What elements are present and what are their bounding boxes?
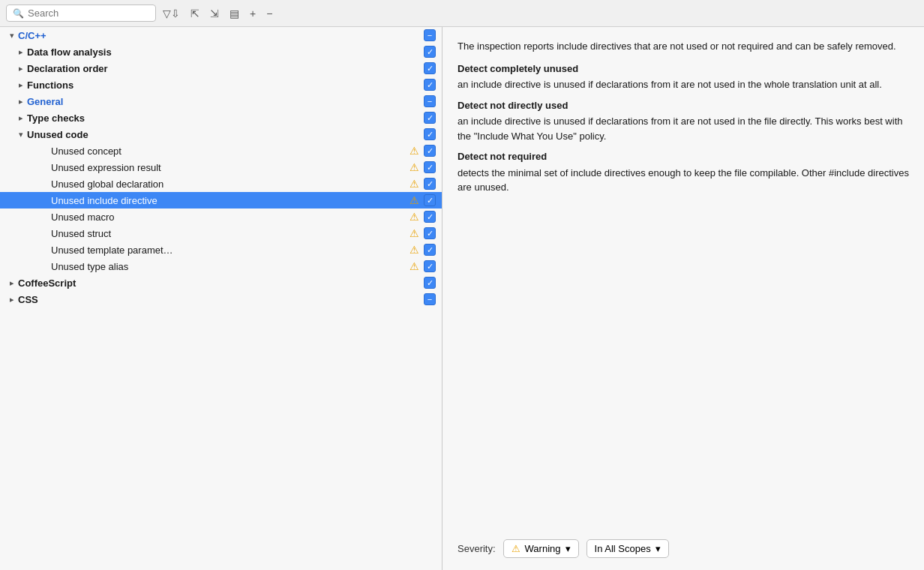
warning-triangle-unused-expr: ⚠: [410, 161, 419, 173]
severity-dropdown[interactable]: ⚠ Warning ▾: [503, 539, 579, 558]
filter-button[interactable]: ▽⇩: [159, 5, 184, 22]
item-label-decl-order: Declaration order: [27, 63, 424, 74]
checkbox-css[interactable]: −: [424, 293, 436, 305]
item-label-cpp: C/C++: [18, 30, 424, 41]
search-input[interactable]: [28, 8, 140, 19]
warning-icon: ⚠: [512, 543, 520, 554]
expand-arrow-css: ▸: [6, 295, 18, 304]
checkbox-unused-macro[interactable]: ✓: [424, 211, 436, 223]
section-body: an include directive is unused if declar…: [458, 114, 909, 143]
toolbar: 🔍 ▽⇩ ⇱ ⇲ ▤ + −: [0, 0, 924, 27]
warning-triangle-unused-template: ⚠: [410, 244, 419, 256]
checkbox-unused-template[interactable]: ✓: [424, 244, 436, 256]
expand-arrow-functions: ▸: [15, 80, 27, 90]
search-icon: 🔍: [13, 8, 24, 19]
item-label-coffeescript: CoffeeScript: [18, 278, 424, 289]
item-label-unused-expr: Unused expression result: [51, 162, 410, 173]
tree-item-unused-type-alias[interactable]: Unused type alias⚠✓: [0, 258, 442, 274]
item-label-data-flow: Data flow analysis: [27, 46, 424, 58]
right-content: The inspection reports include directive…: [458, 39, 909, 530]
checkbox-general[interactable]: −: [424, 95, 436, 107]
section-title: Detect not required: [458, 149, 909, 164]
warning-triangle-unused-macro: ⚠: [410, 211, 419, 223]
collapse-all-button[interactable]: ⇲: [206, 5, 223, 22]
description-text: The inspection reports include directive…: [458, 39, 909, 54]
section-body: an include directive is unused if declar…: [458, 77, 909, 92]
tree-item-unused-macro[interactable]: Unused macro⚠✓: [0, 208, 442, 225]
tree-item-unused-concept[interactable]: Unused concept⚠✓: [0, 142, 442, 159]
checkbox-unused-expr[interactable]: ✓: [424, 161, 436, 173]
severity-bar: Severity: ⚠ Warning ▾ In All Scopes ▾: [458, 530, 909, 558]
left-panel: ▾C/C++−▸Data flow analysis✓▸Declaration …: [0, 27, 442, 570]
scope-value: In All Scopes: [595, 543, 651, 554]
tree-item-functions[interactable]: ▸Functions✓: [0, 76, 442, 93]
checkbox-coffeescript[interactable]: ✓: [424, 277, 436, 289]
checkbox-unused-struct[interactable]: ✓: [424, 227, 436, 239]
item-label-unused-template: Unused template paramet…: [51, 244, 410, 256]
item-label-unused-macro: Unused macro: [51, 212, 410, 223]
item-label-general: General: [27, 96, 424, 107]
item-label-unused-concept: Unused concept: [51, 146, 410, 157]
tree-item-data-flow[interactable]: ▸Data flow analysis✓: [0, 44, 442, 60]
main-content: ▾C/C++−▸Data flow analysis✓▸Declaration …: [0, 27, 924, 570]
tree-item-unused-include[interactable]: Unused include directive⚠✓: [0, 192, 442, 208]
expand-all-button[interactable]: ⇱: [187, 5, 203, 22]
checkbox-functions[interactable]: ✓: [424, 79, 436, 91]
tree-item-cpp[interactable]: ▾C/C++−: [0, 27, 442, 44]
item-label-unused-code: Unused code: [27, 129, 424, 140]
tree-item-type-checks[interactable]: ▸Type checks✓: [0, 110, 442, 126]
expand-arrow-data-flow: ▸: [15, 47, 27, 57]
expand-arrow-cpp: ▾: [6, 31, 18, 40]
expand-arrow-coffeescript: ▸: [6, 278, 18, 288]
severity-value: Warning: [525, 543, 561, 554]
remove-button[interactable]: −: [262, 5, 276, 22]
item-label-unused-struct: Unused struct: [51, 228, 410, 239]
add-button[interactable]: +: [246, 5, 260, 22]
expand-arrow-unused-code: ▾: [15, 130, 27, 140]
checkbox-decl-order[interactable]: ✓: [424, 62, 436, 74]
tree-item-css[interactable]: ▸CSS−: [0, 291, 442, 308]
section-title: Detect completely unused: [458, 62, 909, 76]
checkbox-cpp[interactable]: −: [424, 29, 436, 41]
tree-item-unused-global[interactable]: Unused global declaration⚠✓: [0, 176, 442, 192]
checkbox-unused-concept[interactable]: ✓: [424, 145, 436, 157]
item-label-type-checks: Type checks: [27, 112, 424, 124]
search-box[interactable]: 🔍: [6, 4, 156, 22]
severity-dropdown-arrow: ▾: [566, 543, 571, 554]
tree-item-unused-struct[interactable]: Unused struct⚠✓: [0, 225, 442, 242]
severity-label: Severity:: [458, 543, 496, 554]
warning-triangle-unused-concept: ⚠: [410, 145, 419, 157]
tree-item-unused-expr[interactable]: Unused expression result⚠✓: [0, 159, 442, 176]
expand-arrow-general: ▸: [15, 97, 27, 106]
item-label-unused-global: Unused global declaration: [51, 178, 410, 190]
section-title: Detect not directly used: [458, 98, 909, 113]
item-label-unused-include: Unused include directive: [51, 195, 410, 206]
tree-item-coffeescript[interactable]: ▸CoffeeScript✓: [0, 274, 442, 291]
item-label-css: CSS: [18, 294, 424, 305]
right-panel: The inspection reports include directive…: [442, 27, 924, 570]
checkbox-unused-code[interactable]: ✓: [424, 128, 436, 140]
warning-triangle-unused-type-alias: ⚠: [410, 260, 419, 272]
section-body: detects the minimal set of include direc…: [458, 166, 909, 195]
expand-arrow-decl-order: ▸: [15, 64, 27, 74]
warning-triangle-unused-global: ⚠: [410, 178, 419, 190]
expand-arrow-type-checks: ▸: [15, 113, 27, 123]
tree-item-general[interactable]: ▸General−: [0, 93, 442, 110]
warning-triangle-unused-struct: ⚠: [410, 227, 419, 239]
checkbox-unused-include[interactable]: ✓: [424, 194, 436, 206]
scope-dropdown[interactable]: In All Scopes ▾: [586, 539, 669, 558]
checkbox-data-flow[interactable]: ✓: [424, 46, 436, 58]
checkbox-unused-type-alias[interactable]: ✓: [424, 260, 436, 272]
tree-item-unused-code[interactable]: ▾Unused code✓: [0, 126, 442, 142]
scope-dropdown-arrow: ▾: [656, 543, 661, 554]
group-button[interactable]: ▤: [226, 5, 243, 22]
warning-triangle-unused-include: ⚠: [410, 194, 419, 206]
tree-item-decl-order[interactable]: ▸Declaration order✓: [0, 60, 442, 76]
checkbox-type-checks[interactable]: ✓: [424, 112, 436, 124]
tree-item-unused-template[interactable]: Unused template paramet…⚠✓: [0, 242, 442, 258]
item-label-functions: Functions: [27, 80, 424, 91]
checkbox-unused-global[interactable]: ✓: [424, 178, 436, 190]
item-label-unused-type-alias: Unused type alias: [51, 261, 410, 272]
